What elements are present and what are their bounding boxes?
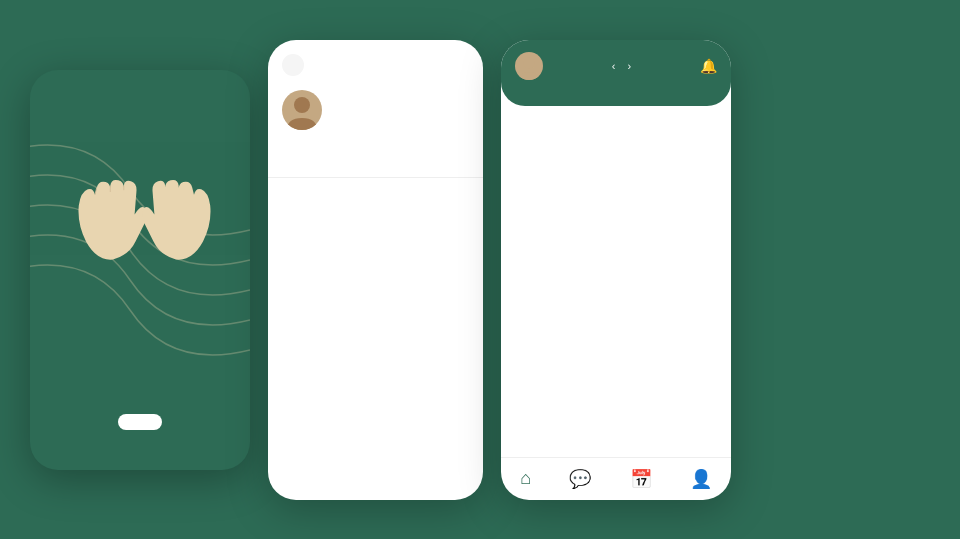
next-date-icon[interactable]: › bbox=[628, 60, 632, 72]
tab-bar bbox=[268, 164, 483, 178]
nav-profile[interactable]: 👤 bbox=[690, 468, 712, 490]
date-nav: ‹ › bbox=[612, 60, 631, 72]
dashboard-body bbox=[501, 106, 731, 457]
patient-avatar bbox=[282, 90, 322, 130]
info-section bbox=[268, 178, 483, 480]
bell-icon[interactable]: 🔔 bbox=[700, 58, 717, 74]
status-bar: ‹ › 🔔 bbox=[515, 52, 717, 80]
back-button[interactable] bbox=[282, 54, 304, 76]
nav-calendar[interactable]: 📅 bbox=[630, 468, 652, 490]
nav-home[interactable]: ⌂ bbox=[520, 468, 531, 490]
doctor-avatar bbox=[515, 52, 543, 80]
phone3-dashboard: ‹ › 🔔 ⌂ 💬 📅 👤 bbox=[501, 40, 731, 500]
hands-illustration bbox=[50, 130, 230, 290]
dashboard-header: ‹ › 🔔 bbox=[501, 40, 731, 106]
bottom-nav: ⌂ 💬 📅 👤 bbox=[501, 457, 731, 500]
nav-chat[interactable]: 💬 bbox=[569, 468, 591, 490]
additional-section bbox=[268, 480, 483, 500]
svg-point-1 bbox=[523, 57, 535, 69]
patient-row bbox=[268, 84, 483, 138]
phone1-content bbox=[118, 390, 162, 430]
session-info-header bbox=[268, 40, 483, 84]
get-started-button[interactable] bbox=[118, 414, 162, 430]
app-container: ‹ › 🔔 ⌂ 💬 📅 👤 bbox=[0, 0, 960, 539]
complaints-section bbox=[268, 138, 483, 164]
svg-point-0 bbox=[294, 97, 310, 113]
phone2-session-info bbox=[268, 40, 483, 500]
phone1-therapy-care bbox=[30, 70, 250, 470]
prev-date-icon[interactable]: ‹ bbox=[612, 60, 616, 72]
